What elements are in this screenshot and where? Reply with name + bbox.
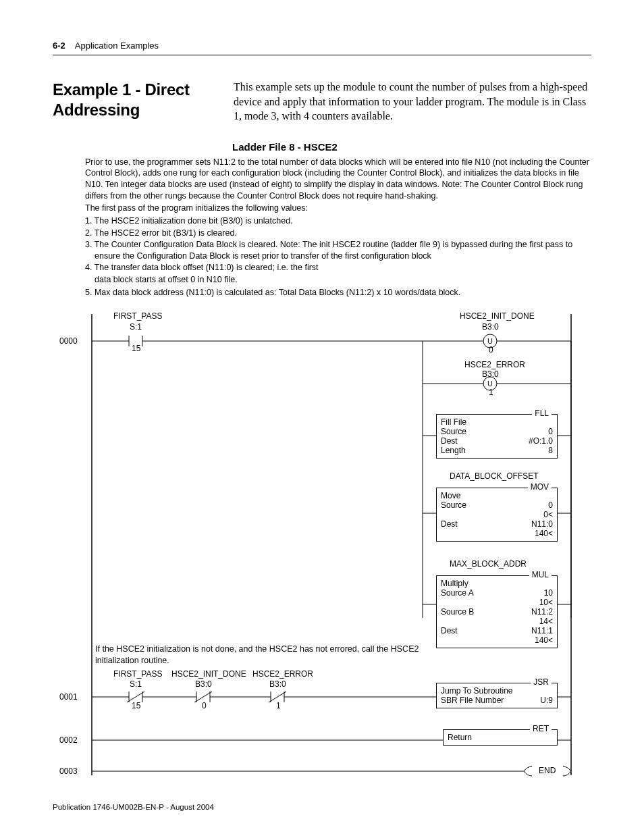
instruction-mnemonic: RET — [530, 724, 552, 733]
contact-label: HSCE2_ERROR — [252, 669, 313, 679]
ladder-file-title: Ladder File 8 - HSCE2 — [232, 141, 591, 153]
coil-bit: 1 — [489, 388, 493, 397]
instruction-above-label: DATA_BLOCK_OFFSET — [450, 471, 539, 481]
rung-comment: If the HSCE2 initialization is not done,… — [95, 644, 446, 666]
desc-list-subitem: data block starts at offset 0 in N10 fil… — [85, 274, 591, 286]
contact-bit: 1 — [276, 701, 281, 710]
publication-footer: Publication 1746-UM002B-EN-P - August 20… — [53, 803, 214, 811]
coil-bit: 0 — [489, 345, 493, 355]
instruction-mnemonic: JSR — [531, 677, 552, 687]
desc-list-item: 3. The Counter Configuration Data Block … — [85, 239, 591, 261]
instruction-above-label: MAX_BLOCK_ADDR — [450, 559, 527, 569]
section-intro: This example sets up the module to count… — [234, 80, 591, 124]
ladder-diagram: 0000 0001 0002 0003 U — [85, 307, 585, 787]
instruction-name: Multiply — [441, 579, 553, 588]
jsr-instruction-box: JSR Jump To Subroutine SBR File NumberU:… — [436, 683, 558, 708]
section-title: Example 1 - Direct Addressing — [53, 80, 215, 120]
ladder-description: Prior to use, the programmer sets N11:2 … — [85, 157, 591, 298]
fll-instruction-box: FLL Fill File Source0 Dest#O:1.0 Length8 — [436, 414, 558, 459]
instruction-mnemonic: FLL — [532, 409, 552, 418]
desc-paragraph: The first pass of the program initialize… — [85, 203, 591, 214]
contact-bit: 15 — [132, 701, 140, 710]
svg-text:U: U — [487, 337, 493, 345]
desc-list-item: 1. The HSCE2 initialization done bit (B3… — [85, 215, 591, 227]
end-marker: END — [539, 766, 556, 775]
instruction-name: Fill File — [441, 417, 553, 427]
coil-label: HSCE2_ERROR — [464, 360, 525, 369]
instruction-name: Jump To Subroutine — [441, 686, 553, 696]
rung-number: 0001 — [59, 692, 78, 702]
coil-address: B3:0 — [482, 322, 499, 332]
rung-number: 0003 — [59, 766, 78, 776]
page-header: 6-2 Application Examples — [53, 41, 591, 51]
coil-address: B3:0 — [482, 369, 499, 379]
instruction-name: Return — [448, 733, 553, 742]
contact-address: B3:0 — [195, 679, 212, 689]
contact-label: FIRST_PASS — [113, 669, 162, 679]
chapter-title: Application Examples — [75, 41, 159, 51]
contact-address: B3:0 — [269, 679, 286, 689]
contact-label: HSCE2_INIT_DONE — [171, 669, 246, 679]
coil-label: HSCE2_INIT_DONE — [460, 311, 535, 321]
instruction-mnemonic: MOV — [528, 482, 552, 492]
svg-text:U: U — [487, 380, 493, 388]
ladder-svg: U U — [85, 307, 585, 787]
contact-label: FIRST_PASS — [113, 311, 162, 321]
mov-instruction-box: MOV Move Source0 0< DestN11:0 140< — [436, 488, 558, 542]
header-rule — [53, 55, 591, 55]
mul-instruction-box: MUL Multiply Source A10 10< Source BN11:… — [436, 575, 558, 648]
instruction-mnemonic: MUL — [529, 570, 552, 579]
rung-number: 0000 — [59, 336, 78, 346]
desc-paragraph: Prior to use, the programmer sets N11:2 … — [85, 157, 591, 202]
ret-instruction-box: RET Return — [443, 729, 558, 746]
instruction-name: Move — [441, 491, 553, 500]
page-number: 6-2 — [53, 41, 65, 51]
rung-number: 0002 — [59, 735, 78, 745]
contact-address: S:1 — [130, 322, 142, 332]
contact-address: S:1 — [130, 679, 142, 689]
contact-bit: 0 — [202, 701, 207, 710]
desc-list-item: 5. Max data block address (N11:0) is cal… — [85, 287, 591, 298]
desc-list-item: 4. The transfer data block offset (N11:0… — [85, 262, 591, 273]
contact-bit: 15 — [132, 344, 140, 353]
desc-list-item: 2. The HSCE2 error bit (B3/1) is cleared… — [85, 228, 591, 239]
